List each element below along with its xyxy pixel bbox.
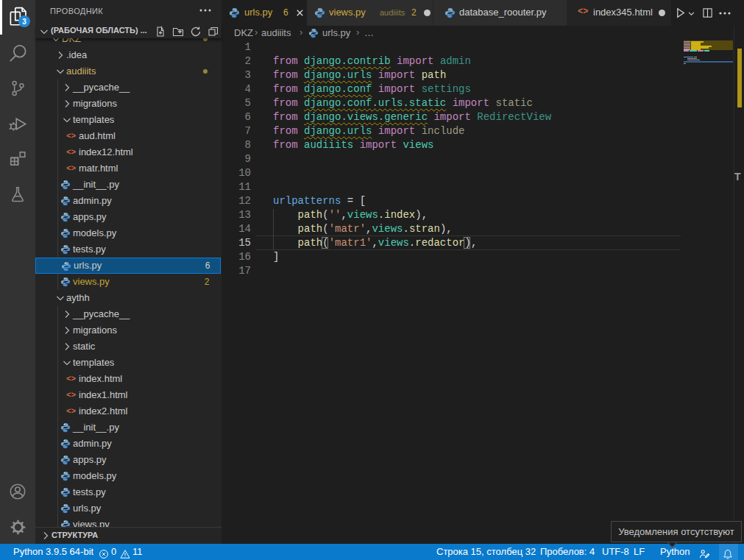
- svg-text:3: 3: [22, 18, 26, 26]
